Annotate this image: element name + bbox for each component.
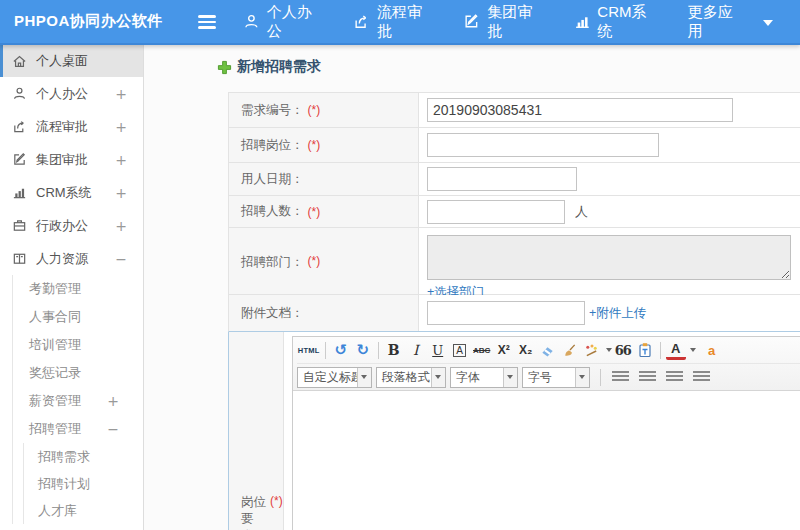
sidebar-subitem-recruit-demand[interactable]: 招聘需求: [24, 443, 143, 470]
font-color-button[interactable]: A: [666, 340, 686, 360]
chevron-down-icon[interactable]: [431, 368, 445, 387]
paragraph-format-select[interactable]: 段落格式: [376, 367, 446, 388]
format-a-button[interactable]: A: [453, 344, 466, 357]
hr-submenu: 考勤管理 人事合同 培训管理 奖惩记录 薪资管理 + 招聘管理 − 招聘需求 招…: [12, 275, 143, 524]
expand-icon[interactable]: +: [115, 218, 127, 234]
sidebar-subitem-recruitment[interactable]: 招聘管理 −: [13, 415, 143, 443]
sidebar-subitem-talent-pool[interactable]: 人才库: [24, 497, 143, 524]
select-value: 自定义标题: [298, 369, 357, 386]
expand-icon[interactable]: +: [115, 185, 127, 201]
main-content: 新增招聘需求 需求编号： (*) 招聘岗位： (*) 用人日期：: [145, 45, 800, 530]
strikethrough-button[interactable]: ABC: [472, 340, 492, 360]
dept-textarea[interactable]: [427, 235, 791, 280]
nav-label: 个人办公: [267, 3, 326, 41]
page-title-bar: 新增招聘需求: [217, 58, 800, 76]
sidebar-subitem-attendance[interactable]: 考勤管理: [13, 275, 143, 303]
label-text: 需求编号：: [241, 102, 304, 119]
sidebar-item-crm[interactable]: CRM系统 +: [0, 176, 143, 209]
underline-button[interactable]: U: [428, 340, 448, 360]
label-text: 岗位要求：: [241, 494, 266, 530]
nav-crm-system[interactable]: CRM系统: [574, 3, 661, 41]
sidebar-item-desktop[interactable]: 个人桌面: [0, 45, 143, 77]
sidebar-item-process-approval[interactable]: 流程审批 +: [0, 110, 143, 143]
sidebar-subitem-recruit-plan[interactable]: 招聘计划: [24, 470, 143, 497]
req-no-input[interactable]: [427, 98, 733, 122]
sidebar-subitem-hr-contract[interactable]: 人事合同: [13, 303, 143, 331]
custom-heading-select[interactable]: 自定义标题: [297, 367, 372, 388]
align-center-button[interactable]: [639, 371, 656, 384]
editor-content-area[interactable]: [293, 391, 800, 530]
home-icon: [12, 54, 27, 69]
label-text: 附件文档：: [241, 305, 304, 322]
expand-icon[interactable]: −: [107, 421, 119, 437]
bar-chart-icon: [574, 13, 591, 30]
redo-button[interactable]: ↻: [353, 340, 373, 360]
upload-attachment-link[interactable]: +附件上传: [589, 305, 646, 322]
menu-toggle-icon[interactable]: [198, 15, 216, 30]
nav-label: CRM系统: [597, 3, 661, 41]
field-value: [419, 128, 800, 162]
sidebar-subitem-reward-punishment[interactable]: 奖惩记录: [13, 359, 143, 387]
sidebar-item-group-approval[interactable]: 集团审批 +: [0, 143, 143, 176]
form-row-dept: 招聘部门： (*) +选择部门: [228, 228, 800, 295]
add-icon: [217, 60, 232, 75]
sidebar-item-hr[interactable]: 人力资源 −: [0, 242, 143, 275]
format-painter-button[interactable]: [582, 340, 602, 360]
briefcase-icon: [12, 218, 27, 233]
position-input[interactable]: [427, 133, 659, 157]
font-size-select[interactable]: 字号: [522, 367, 590, 388]
expand-icon[interactable]: +: [115, 152, 127, 168]
nav-personal-office[interactable]: 个人办公: [243, 3, 326, 41]
toolbar-separator: [325, 342, 326, 359]
sidebar-item-personal-office[interactable]: 个人办公 +: [0, 77, 143, 110]
bold-button[interactable]: B: [384, 340, 404, 360]
sidebar-item-label: 个人办公: [36, 85, 88, 103]
label-text: 用人日期：: [241, 171, 304, 188]
italic-button[interactable]: I: [406, 340, 426, 360]
undo-button[interactable]: ↺: [331, 340, 351, 360]
background-color-button[interactable]: a: [702, 340, 722, 360]
nav-more-apps[interactable]: 更多应用: [688, 3, 773, 41]
blockquote-button[interactable]: 66: [613, 340, 633, 360]
form-row-position: 招聘岗位： (*): [228, 128, 800, 163]
align-justify-button[interactable]: [693, 371, 710, 384]
chevron-down-icon[interactable]: [503, 368, 517, 387]
sidebar-item-label: 集团审批: [36, 151, 88, 169]
editor-toolbar: HTML ↺ ↻ B I U A ABC X² X₂: [293, 337, 800, 391]
subscript-button[interactable]: X₂: [516, 340, 536, 360]
eraser-button[interactable]: [538, 340, 558, 360]
form-row-count: 招聘人数： (*) 人: [228, 196, 800, 228]
sidebar-subitem-salary[interactable]: 薪资管理 +: [13, 387, 143, 415]
expand-icon[interactable]: +: [115, 86, 127, 102]
paste-icon: [637, 342, 653, 358]
html-source-button[interactable]: HTML: [298, 340, 320, 360]
attachment-input[interactable]: [427, 301, 585, 325]
align-left-button[interactable]: [612, 371, 629, 384]
bar-chart-icon: [12, 185, 27, 200]
nav-process-approval[interactable]: 流程审批: [353, 3, 436, 41]
paste-button[interactable]: [635, 340, 655, 360]
format-painter-icon: [584, 343, 599, 358]
form-row-attachment: 附件文档： +附件上传: [228, 295, 800, 332]
date-input[interactable]: [427, 167, 577, 191]
superscript-button[interactable]: X²: [494, 340, 514, 360]
font-family-select[interactable]: 字体: [450, 367, 518, 388]
chevron-down-icon[interactable]: [357, 368, 371, 387]
sidebar-item-label: 流程审批: [36, 118, 88, 136]
sidebar-item-admin-office[interactable]: 行政办公 +: [0, 209, 143, 242]
subitem-label: 招聘计划: [38, 475, 90, 493]
count-input[interactable]: [427, 200, 565, 224]
align-right-button[interactable]: [666, 371, 683, 384]
clear-format-button[interactable]: [560, 340, 580, 360]
expand-icon[interactable]: +: [107, 393, 119, 409]
field-label: 用人日期：: [229, 163, 419, 195]
chevron-down-icon[interactable]: [606, 348, 612, 352]
expand-icon[interactable]: +: [115, 119, 127, 135]
sidebar-subitem-training[interactable]: 培训管理: [13, 331, 143, 359]
chevron-down-icon[interactable]: [690, 348, 696, 352]
page-title: 新增招聘需求: [237, 58, 321, 76]
nav-group-approval[interactable]: 集团审批: [463, 3, 546, 41]
chevron-down-icon[interactable]: [575, 368, 589, 387]
expand-icon[interactable]: −: [115, 251, 127, 267]
chevron-down-icon[interactable]: [763, 20, 773, 26]
